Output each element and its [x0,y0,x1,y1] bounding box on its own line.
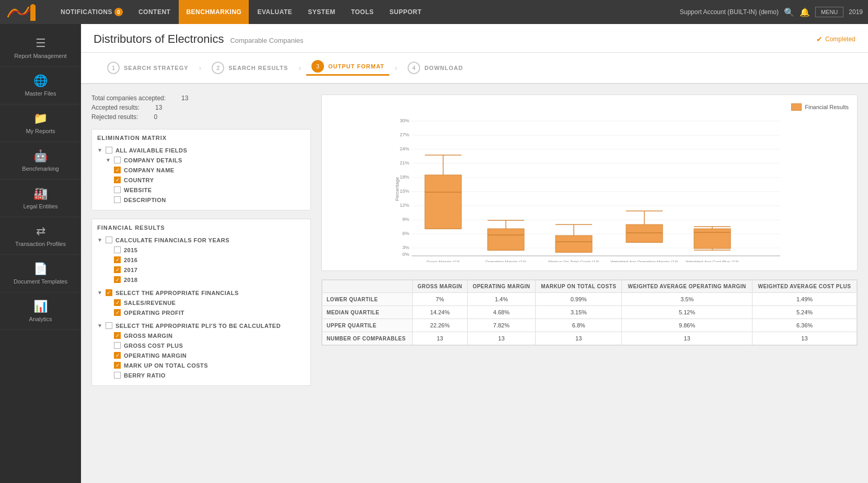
cell-comp-wavg-cost: 13 [752,332,857,345]
notification-badge: 0 [114,8,123,16]
company-name-row[interactable]: ✓ COMPANY NAME [97,165,305,175]
country-row[interactable]: ✓ COUNTRY [97,175,305,185]
sidebar: ☰ Report Management 🌐 Master Files 📁 My … [0,24,81,483]
svg-text:Weighted Avg Operating Margin : Weighted Avg Operating Margin (13) [610,260,678,262]
menu-button[interactable]: MENU [815,7,843,17]
nav-evaluate[interactable]: EVALUATE [250,0,299,24]
wizard-step-2[interactable]: 2 SEARCH RESULTS [206,62,293,74]
berry-ratio-row[interactable]: BERRY RATIO [97,370,305,380]
cell-upper-op: 7.82% [467,319,535,332]
year-2016-checkbox[interactable]: ✓ [114,256,121,263]
year-label: 2019 [849,8,863,16]
col-header-markup: MARKUP ON TOTAL COSTS [536,280,622,293]
table-row: UPPER QUARTILE 22.26% 7.82% 6.8% 9.86% 6… [322,319,857,332]
search-icon[interactable]: 🔍 [784,7,794,17]
all-fields-arrow[interactable]: ▼ [97,147,102,153]
operating-profit-row[interactable]: ✓ OPERATING PROFIT [97,308,305,317]
markup-total-costs-row[interactable]: ✓ MARK UP ON TOTAL COSTS [97,360,305,370]
sidebar-item-analytics[interactable]: 📊 Analytics [0,292,81,330]
company-details-row[interactable]: ▼ COMPANY DETAILS [97,155,305,165]
gross-margin-checkbox[interactable]: ✓ [114,332,121,339]
bell-icon[interactable]: 🔔 [800,7,810,17]
all-fields-row[interactable]: ▼ ALL AVAILABLE FIELDS [97,145,305,155]
select-plis-label: SELECT THE APPROPRIATE PLI'S TO BE CALCU… [115,323,281,329]
gross-cost-plus-checkbox[interactable] [114,342,121,349]
select-financials-checkbox[interactable]: ✓ [106,289,112,296]
nav-tools[interactable]: TOOLS [344,0,381,24]
company-name-checkbox[interactable]: ✓ [114,167,121,173]
berry-ratio-checkbox[interactable] [114,372,121,379]
year-2016-row[interactable]: ✓ 2016 [97,255,305,265]
operating-margin-checkbox[interactable]: ✓ [114,352,121,359]
website-row[interactable]: WEBSITE [97,185,305,195]
gross-margin-label: GROSS MARGIN [124,333,172,339]
col-header-weighted-avg-cost: WEIGHTED AVERAGE COST PLUS [752,280,857,293]
year-2015-row[interactable]: 2015 [97,245,305,255]
company-name-label: COMPANY NAME [124,167,175,173]
company-details-checkbox[interactable] [114,157,121,163]
nav-system[interactable]: SYSTEM [300,0,342,24]
account-label: Support Account (BUILT-IN) (demo) [680,8,779,16]
all-fields-checkbox[interactable] [106,147,112,154]
year-2018-checkbox[interactable]: ✓ [114,276,121,283]
year-2017-row[interactable]: ✓ 2017 [97,265,305,275]
calculate-years-row[interactable]: ▼ CALCULATE FINANCIALS FOR YEARS [97,235,305,245]
select-plis-arrow[interactable]: ▼ [97,323,102,328]
year-2017-checkbox[interactable]: ✓ [114,266,121,273]
description-row[interactable]: DESCRIPTION [97,195,305,205]
select-financials-arrow[interactable]: ▼ [97,290,102,296]
description-checkbox[interactable] [114,196,121,203]
country-checkbox[interactable]: ✓ [114,176,121,183]
wizard-step-4[interactable]: 4 DOWNLOAD [402,62,468,74]
year-2015-checkbox[interactable] [114,246,121,253]
legend-box [791,103,802,111]
sidebar-item-legal-entities[interactable]: 🏭 Legal Entities [0,180,81,217]
svg-rect-33 [488,229,524,250]
calculate-years-checkbox[interactable] [106,237,112,243]
sidebar-item-master-files[interactable]: 🌐 Master Files [0,67,81,104]
sidebar-item-transaction-profiles[interactable]: ⇄ Transaction Profiles [0,217,81,255]
svg-text:27%: 27% [400,132,409,137]
operating-profit-checkbox[interactable]: ✓ [114,309,121,316]
all-fields-label: ALL AVAILABLE FIELDS [115,147,187,154]
nav-benchmarking[interactable]: BENCHMARKING [179,0,249,24]
sales-revenue-checkbox[interactable]: ✓ [114,299,121,306]
calculate-years-label: CALCULATE FINANCIALS FOR YEARS [115,237,229,243]
website-checkbox[interactable] [114,186,121,193]
nav-notifications[interactable]: NOTIFICATIONS 0 [53,0,130,24]
sidebar-item-document-templates[interactable]: 📄 Document Templates [0,255,81,292]
row-label-median: MEDIAN QUARTILE [322,306,413,319]
page-subtitle: Comparable Companies [230,37,303,44]
cell-upper-markup: 6.8% [536,319,622,332]
berry-ratio-label: BERRY RATIO [124,372,166,379]
year-2018-row[interactable]: ✓ 2018 [97,275,305,285]
calculate-years-arrow[interactable]: ▼ [97,237,102,243]
sidebar-item-benchmarking[interactable]: 🤖 Benchmarking [0,142,81,180]
company-details-arrow[interactable]: ▼ [106,157,111,163]
sales-revenue-row[interactable]: ✓ SALES/REVENUE [97,298,305,308]
markup-total-costs-checkbox[interactable]: ✓ [114,362,121,369]
document-templates-icon: 📄 [33,262,48,276]
operating-margin-row[interactable]: ✓ OPERATING MARGIN [97,350,305,360]
svg-text:Weighted Avg Cost Plus (13): Weighted Avg Cost Plus (13) [686,260,739,262]
cell-upper-wavg-op: 9.86% [622,319,753,332]
svg-text:15%: 15% [400,189,409,194]
cell-comp-gross: 13 [412,332,467,345]
nav-support[interactable]: SUPPORT [382,0,429,24]
select-plis-row[interactable]: ▼ SELECT THE APPROPRIATE PLI'S TO BE CAL… [97,321,305,331]
stats-total-value: 13 [181,95,188,102]
step-label-2: SEARCH RESULTS [228,65,288,71]
wizard-step-3[interactable]: 3 OUTPUT FORMAT [306,60,390,76]
select-financials-row[interactable]: ▼ ✓ SELECT THE APPROPRIATE FINANCIALS [97,288,305,298]
svg-text:18%: 18% [400,174,409,180]
left-panel: Total companies accepted: 13 Accepted re… [91,95,311,394]
gross-margin-row[interactable]: ✓ GROSS MARGIN [97,331,305,340]
nav-content[interactable]: CONTENT [131,0,178,24]
wizard-step-1[interactable]: 1 SEARCH STRATEGY [102,62,194,74]
sidebar-item-my-reports[interactable]: 📁 My Reports [0,104,81,142]
gross-cost-plus-row[interactable]: GROSS COST PLUS [97,340,305,350]
step-circle-3: 3 [311,60,324,73]
select-plis-checkbox[interactable] [106,322,112,329]
sidebar-item-report-management[interactable]: ☰ Report Management [0,29,81,67]
sidebar-item-label: Analytics [29,316,52,322]
